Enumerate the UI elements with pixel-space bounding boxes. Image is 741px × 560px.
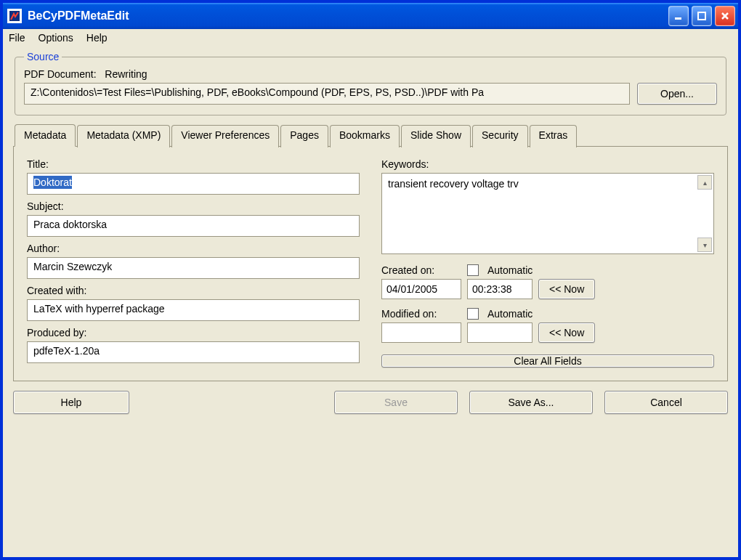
source-group: Source PDF Document: Rewriting Z:\Conten… — [15, 51, 726, 115]
keywords-scroll-up[interactable]: ▴ — [697, 175, 712, 190]
created-automatic-checkbox[interactable] — [467, 264, 479, 276]
modified-automatic-label: Automatic — [487, 308, 533, 320]
help-button[interactable]: Help — [13, 391, 129, 414]
keywords-field[interactable]: transient recovery voltage trv ▴ ▾ — [381, 173, 714, 254]
keywords-scroll-down[interactable]: ▾ — [697, 238, 712, 252]
title-field[interactable]: Doktorat — [27, 173, 360, 195]
save-as-button[interactable]: Save As... — [469, 391, 593, 414]
created-with-label: Created with: — [27, 285, 360, 296]
keywords-value: transient recovery voltage trv — [388, 178, 519, 190]
svg-rect-2 — [698, 12, 705, 20]
close-button[interactable] — [715, 6, 735, 26]
modified-now-button[interactable]: << Now — [538, 322, 595, 343]
modified-date-field[interactable] — [381, 322, 461, 343]
source-legend: Source — [24, 51, 62, 62]
open-button[interactable]: Open... — [637, 83, 717, 105]
tab-pages[interactable]: Pages — [280, 125, 328, 147]
source-path-field[interactable]: Z:\Contenidos\=Test Files=\Publishing, P… — [24, 83, 630, 105]
maximize-button[interactable] — [692, 6, 712, 26]
menu-help[interactable]: Help — [86, 32, 108, 44]
produced-by-label: Produced by: — [27, 327, 360, 338]
modified-on-label: Modified on: — [381, 308, 461, 320]
tab-metadata[interactable]: Metadata — [15, 124, 76, 147]
titlebar: BeCyPDFMetaEdit — [3, 3, 738, 29]
subject-label: Subject: — [27, 200, 360, 212]
tab-security[interactable]: Security — [472, 125, 528, 147]
produced-by-field[interactable]: pdfeTeX-1.20a — [27, 341, 360, 363]
modified-automatic-checkbox[interactable] — [467, 308, 479, 320]
tab-bookmarks[interactable]: Bookmarks — [330, 125, 400, 147]
menu-options[interactable]: Options — [39, 32, 73, 44]
source-mode: Rewriting — [105, 68, 147, 80]
tab-extras[interactable]: Extras — [530, 125, 578, 147]
cancel-button[interactable]: Cancel — [604, 391, 728, 414]
window-title: BeCyPDFMetaEdit — [28, 9, 668, 23]
subject-field[interactable]: Praca doktorska — [27, 215, 360, 237]
tab-slide-show[interactable]: Slide Show — [401, 125, 471, 147]
created-with-field[interactable]: LaTeX with hyperref package — [27, 299, 360, 321]
created-on-label: Created on: — [381, 264, 461, 276]
metadata-panel: Title: Doktorat Subject: Praca doktorska… — [13, 146, 728, 381]
source-label: PDF Document: — [24, 68, 97, 80]
menubar: File Options Help — [3, 29, 738, 46]
clear-all-fields-button[interactable]: Clear All Fields — [381, 354, 714, 368]
svg-rect-1 — [675, 17, 681, 20]
modified-time-field[interactable] — [467, 322, 533, 343]
save-button[interactable]: Save — [334, 391, 458, 414]
menu-file[interactable]: File — [9, 32, 25, 44]
bottom-button-bar: Help Save Save As... Cancel — [13, 391, 728, 414]
tab-metadata-xmp[interactable]: Metadata (XMP) — [77, 125, 170, 147]
title-label: Title: — [27, 158, 360, 170]
created-time-field[interactable] — [467, 279, 533, 299]
keywords-label: Keywords: — [381, 158, 714, 170]
author-label: Author: — [27, 243, 360, 254]
created-automatic-label: Automatic — [487, 264, 533, 276]
minimize-button[interactable] — [668, 6, 689, 26]
tab-viewer-preferences[interactable]: Viewer Preferences — [171, 125, 279, 147]
created-now-button[interactable]: << Now — [538, 279, 595, 299]
app-window: BeCyPDFMetaEdit File Options Help Source… — [0, 0, 741, 560]
created-date-field[interactable] — [381, 279, 461, 299]
author-field[interactable]: Marcin Szewczyk — [27, 257, 360, 279]
tabstrip: Metadata Metadata (XMP) Viewer Preferenc… — [13, 124, 728, 147]
app-icon — [7, 9, 22, 23]
